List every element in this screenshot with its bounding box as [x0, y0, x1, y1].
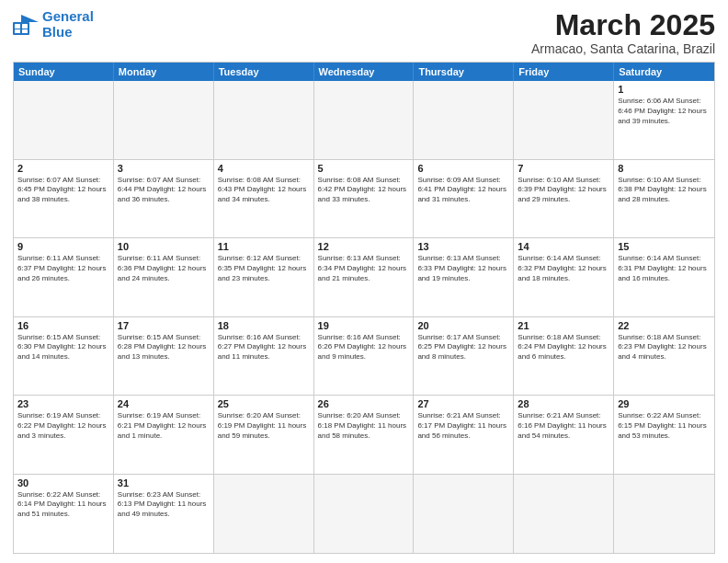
day-cell-8: 8Sunrise: 6:10 AM Sunset: 6:38 PM Daylig… [614, 160, 714, 237]
day-info: Sunrise: 6:22 AM Sunset: 6:14 PM Dayligh… [17, 490, 109, 520]
day-number: 22 [618, 320, 711, 331]
day-number: 15 [618, 241, 711, 252]
day-info: Sunrise: 6:20 AM Sunset: 6:18 PM Dayligh… [318, 411, 410, 441]
day-number: 28 [518, 398, 609, 409]
day-info: Sunrise: 6:10 AM Sunset: 6:38 PM Dayligh… [618, 176, 711, 205]
week-row-3: 9Sunrise: 6:11 AM Sunset: 6:37 PM Daylig… [14, 238, 714, 316]
empty-cell-w0-d2 [214, 81, 314, 158]
day-info: Sunrise: 6:13 AM Sunset: 6:34 PM Dayligh… [318, 254, 410, 283]
week-row-1: 1Sunrise: 6:06 AM Sunset: 6:46 PM Daylig… [14, 81, 714, 159]
day-number: 5 [318, 163, 410, 174]
day-info: Sunrise: 6:17 AM Sunset: 6:25 PM Dayligh… [417, 333, 509, 362]
day-number: 17 [118, 320, 210, 331]
header-day-tuesday: Tuesday [214, 63, 314, 81]
day-number: 24 [118, 398, 210, 409]
day-cell-28: 28Sunrise: 6:21 AM Sunset: 6:16 PM Dayli… [514, 396, 614, 473]
day-cell-22: 22Sunrise: 6:18 AM Sunset: 6:23 PM Dayli… [614, 317, 714, 395]
day-number: 11 [218, 241, 310, 252]
header-day-thursday: Thursday [414, 63, 514, 81]
week-row-4: 16Sunrise: 6:15 AM Sunset: 6:30 PM Dayli… [14, 317, 714, 396]
logo-icon [13, 15, 39, 35]
day-cell-13: 13Sunrise: 6:13 AM Sunset: 6:33 PM Dayli… [414, 238, 514, 316]
day-cell-14: 14Sunrise: 6:14 AM Sunset: 6:32 PM Dayli… [514, 238, 614, 316]
empty-cell-w5-d4 [414, 475, 514, 553]
day-number: 14 [518, 241, 609, 252]
day-number: 31 [118, 477, 210, 488]
logo-blue: Blue [42, 24, 73, 40]
logo: General Blue [13, 9, 94, 40]
svg-rect-4 [15, 29, 20, 33]
day-info: Sunrise: 6:16 AM Sunset: 6:26 PM Dayligh… [318, 333, 410, 362]
day-cell-20: 20Sunrise: 6:17 AM Sunset: 6:25 PM Dayli… [414, 317, 514, 395]
day-info: Sunrise: 6:11 AM Sunset: 6:36 PM Dayligh… [118, 254, 210, 283]
day-number: 27 [417, 398, 509, 409]
header-day-sunday: Sunday [14, 63, 114, 81]
day-cell-23: 23Sunrise: 6:19 AM Sunset: 6:22 PM Dayli… [14, 396, 114, 473]
empty-cell-w0-d5 [514, 81, 614, 158]
day-info: Sunrise: 6:22 AM Sunset: 6:15 PM Dayligh… [618, 411, 711, 441]
day-number: 16 [17, 320, 109, 331]
day-number: 9 [17, 241, 109, 252]
day-cell-26: 26Sunrise: 6:20 AM Sunset: 6:18 PM Dayli… [314, 396, 415, 473]
svg-marker-1 [21, 15, 39, 22]
day-number: 3 [118, 163, 210, 174]
day-number: 30 [17, 477, 109, 488]
day-cell-5: 5Sunrise: 6:08 AM Sunset: 6:42 PM Daylig… [314, 160, 415, 237]
svg-rect-3 [22, 24, 28, 29]
day-cell-11: 11Sunrise: 6:12 AM Sunset: 6:35 PM Dayli… [214, 238, 314, 316]
day-cell-17: 17Sunrise: 6:15 AM Sunset: 6:28 PM Dayli… [114, 317, 214, 395]
day-cell-1: 1Sunrise: 6:06 AM Sunset: 6:46 PM Daylig… [614, 81, 714, 158]
day-cell-29: 29Sunrise: 6:22 AM Sunset: 6:15 PM Dayli… [614, 396, 714, 473]
day-cell-30: 30Sunrise: 6:22 AM Sunset: 6:14 PM Dayli… [14, 475, 114, 553]
day-cell-15: 15Sunrise: 6:14 AM Sunset: 6:31 PM Dayli… [614, 238, 714, 316]
day-info: Sunrise: 6:14 AM Sunset: 6:32 PM Dayligh… [518, 254, 609, 283]
empty-cell-w0-d1 [114, 81, 214, 158]
day-info: Sunrise: 6:21 AM Sunset: 6:17 PM Dayligh… [417, 411, 509, 441]
day-number: 23 [17, 398, 109, 409]
day-info: Sunrise: 6:19 AM Sunset: 6:22 PM Dayligh… [17, 411, 109, 441]
day-cell-31: 31Sunrise: 6:23 AM Sunset: 6:13 PM Dayli… [114, 475, 214, 553]
day-info: Sunrise: 6:14 AM Sunset: 6:31 PM Dayligh… [618, 254, 711, 283]
day-number: 18 [218, 320, 310, 331]
subtitle: Armacao, Santa Catarina, Brazil [531, 41, 715, 56]
empty-cell-w5-d5 [514, 475, 614, 553]
week-row-6: 30Sunrise: 6:22 AM Sunset: 6:14 PM Dayli… [14, 475, 714, 553]
svg-rect-2 [15, 24, 20, 29]
day-number: 20 [417, 320, 509, 331]
main-title: March 2025 [531, 9, 715, 41]
page: General Blue March 2025 Armacao, Santa C… [0, 0, 728, 563]
calendar-header: SundayMondayTuesdayWednesdayThursdayFrid… [14, 63, 714, 81]
day-info: Sunrise: 6:09 AM Sunset: 6:41 PM Dayligh… [417, 176, 509, 205]
day-info: Sunrise: 6:21 AM Sunset: 6:16 PM Dayligh… [518, 411, 609, 441]
day-info: Sunrise: 6:06 AM Sunset: 6:46 PM Dayligh… [618, 97, 711, 126]
day-number: 2 [17, 163, 109, 174]
day-info: Sunrise: 6:23 AM Sunset: 6:13 PM Dayligh… [118, 490, 210, 520]
calendar-body: 1Sunrise: 6:06 AM Sunset: 6:46 PM Daylig… [14, 81, 714, 553]
day-number: 10 [118, 241, 210, 252]
week-row-5: 23Sunrise: 6:19 AM Sunset: 6:22 PM Dayli… [14, 396, 714, 474]
day-number: 1 [618, 84, 711, 95]
day-number: 19 [318, 320, 410, 331]
day-cell-18: 18Sunrise: 6:16 AM Sunset: 6:27 PM Dayli… [214, 317, 314, 395]
day-number: 25 [218, 398, 310, 409]
day-info: Sunrise: 6:20 AM Sunset: 6:19 PM Dayligh… [218, 411, 310, 441]
empty-cell-w5-d3 [314, 475, 415, 553]
day-cell-7: 7Sunrise: 6:10 AM Sunset: 6:39 PM Daylig… [514, 160, 614, 237]
header-day-friday: Friday [514, 63, 614, 81]
header-day-monday: Monday [114, 63, 214, 81]
empty-cell-w0-d3 [314, 81, 415, 158]
day-number: 7 [518, 163, 609, 174]
calendar: SundayMondayTuesdayWednesdayThursdayFrid… [13, 62, 715, 554]
title-block: March 2025 Armacao, Santa Catarina, Braz… [531, 9, 715, 56]
header-day-saturday: Saturday [614, 63, 714, 81]
day-info: Sunrise: 6:10 AM Sunset: 6:39 PM Dayligh… [518, 176, 609, 205]
day-info: Sunrise: 6:08 AM Sunset: 6:43 PM Dayligh… [218, 176, 310, 205]
day-cell-25: 25Sunrise: 6:20 AM Sunset: 6:19 PM Dayli… [214, 396, 314, 473]
day-info: Sunrise: 6:15 AM Sunset: 6:28 PM Dayligh… [118, 333, 210, 362]
day-cell-2: 2Sunrise: 6:07 AM Sunset: 6:45 PM Daylig… [14, 160, 114, 237]
header-day-wednesday: Wednesday [314, 63, 415, 81]
day-cell-19: 19Sunrise: 6:16 AM Sunset: 6:26 PM Dayli… [314, 317, 415, 395]
day-number: 13 [417, 241, 509, 252]
day-number: 29 [618, 398, 711, 409]
empty-cell-w0-d4 [414, 81, 514, 158]
